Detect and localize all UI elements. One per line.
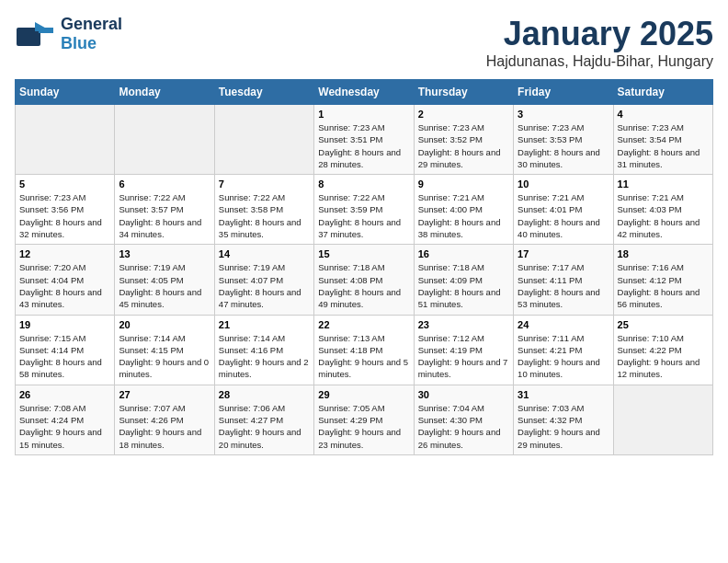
day-info: Sunrise: 7:23 AMSunset: 3:51 PMDaylight:… bbox=[318, 121, 409, 170]
day-info: Sunrise: 7:23 AMSunset: 3:53 PMDaylight:… bbox=[518, 121, 609, 170]
day-info: Sunrise: 7:21 AMSunset: 4:01 PMDaylight:… bbox=[518, 191, 609, 240]
day-info: Sunrise: 7:03 AMSunset: 4:32 PMDaylight:… bbox=[518, 402, 609, 451]
day-number: 9 bbox=[418, 178, 509, 190]
day-info: Sunrise: 7:15 AMSunset: 4:14 PMDaylight:… bbox=[19, 332, 110, 381]
day-number: 31 bbox=[518, 389, 609, 400]
day-number: 10 bbox=[518, 178, 609, 190]
calendar-cell: 12Sunrise: 7:20 AMSunset: 4:04 PMDayligh… bbox=[16, 245, 115, 315]
calendar-header-row: SundayMondayTuesdayWednesdayThursdayFrid… bbox=[16, 80, 713, 105]
calendar-cell: 27Sunrise: 7:07 AMSunset: 4:26 PMDayligh… bbox=[115, 385, 214, 454]
logo-icon bbox=[15, 20, 55, 48]
calendar-cell: 3Sunrise: 7:23 AMSunset: 3:53 PMDaylight… bbox=[514, 105, 613, 175]
day-of-week-header: Saturday bbox=[613, 80, 712, 105]
day-number: 8 bbox=[318, 178, 409, 190]
calendar-cell: 5Sunrise: 7:23 AMSunset: 3:56 PMDaylight… bbox=[16, 175, 115, 245]
day-info: Sunrise: 7:17 AMSunset: 4:11 PMDaylight:… bbox=[518, 261, 609, 310]
day-number: 15 bbox=[318, 248, 409, 259]
calendar-week-row: 5Sunrise: 7:23 AMSunset: 3:56 PMDaylight… bbox=[16, 175, 713, 245]
calendar-title-area: January 2025 Hajdunanas, Hajdu-Bihar, Hu… bbox=[486, 15, 713, 70]
day-info: Sunrise: 7:13 AMSunset: 4:18 PMDaylight:… bbox=[318, 332, 409, 381]
day-number: 3 bbox=[518, 109, 609, 120]
calendar-cell: 2Sunrise: 7:23 AMSunset: 3:52 PMDaylight… bbox=[414, 105, 513, 175]
calendar-cell bbox=[115, 105, 214, 175]
logo-blue: Blue bbox=[61, 34, 97, 52]
day-info: Sunrise: 7:20 AMSunset: 4:04 PMDaylight:… bbox=[19, 261, 110, 310]
day-number: 14 bbox=[219, 248, 310, 259]
calendar-week-row: 12Sunrise: 7:20 AMSunset: 4:04 PMDayligh… bbox=[16, 245, 713, 315]
day-info: Sunrise: 7:07 AMSunset: 4:26 PMDaylight:… bbox=[119, 402, 210, 451]
day-of-week-header: Wednesday bbox=[314, 80, 414, 105]
logo-general: General bbox=[61, 15, 122, 33]
day-number: 20 bbox=[119, 319, 210, 330]
calendar-cell: 17Sunrise: 7:17 AMSunset: 4:11 PMDayligh… bbox=[514, 245, 613, 315]
calendar-cell: 26Sunrise: 7:08 AMSunset: 4:24 PMDayligh… bbox=[16, 385, 115, 454]
day-info: Sunrise: 7:16 AMSunset: 4:12 PMDaylight:… bbox=[618, 261, 709, 310]
day-info: Sunrise: 7:19 AMSunset: 4:07 PMDaylight:… bbox=[219, 261, 310, 310]
day-of-week-header: Monday bbox=[115, 80, 214, 105]
calendar-cell bbox=[16, 105, 115, 175]
calendar-cell: 14Sunrise: 7:19 AMSunset: 4:07 PMDayligh… bbox=[214, 245, 313, 315]
calendar-cell: 29Sunrise: 7:05 AMSunset: 4:29 PMDayligh… bbox=[314, 385, 414, 454]
day-number: 18 bbox=[618, 248, 709, 259]
calendar-cell: 9Sunrise: 7:21 AMSunset: 4:00 PMDaylight… bbox=[414, 175, 513, 245]
day-number: 28 bbox=[219, 389, 310, 400]
day-info: Sunrise: 7:21 AMSunset: 4:00 PMDaylight:… bbox=[418, 191, 509, 240]
calendar-cell: 25Sunrise: 7:10 AMSunset: 4:22 PMDayligh… bbox=[613, 315, 712, 385]
day-info: Sunrise: 7:08 AMSunset: 4:24 PMDaylight:… bbox=[19, 402, 110, 451]
logo: General Blue bbox=[15, 15, 122, 53]
calendar-cell: 23Sunrise: 7:12 AMSunset: 4:19 PMDayligh… bbox=[414, 315, 513, 385]
calendar-cell bbox=[214, 105, 313, 175]
calendar-cell: 13Sunrise: 7:19 AMSunset: 4:05 PMDayligh… bbox=[115, 245, 214, 315]
day-info: Sunrise: 7:19 AMSunset: 4:05 PMDaylight:… bbox=[119, 261, 210, 310]
calendar-cell: 18Sunrise: 7:16 AMSunset: 4:12 PMDayligh… bbox=[613, 245, 712, 315]
day-number: 27 bbox=[119, 389, 210, 400]
day-info: Sunrise: 7:14 AMSunset: 4:16 PMDaylight:… bbox=[219, 332, 310, 381]
calendar-cell: 19Sunrise: 7:15 AMSunset: 4:14 PMDayligh… bbox=[16, 315, 115, 385]
day-number: 4 bbox=[618, 109, 709, 120]
day-number: 24 bbox=[518, 319, 609, 330]
day-number: 11 bbox=[618, 178, 709, 190]
calendar-cell: 30Sunrise: 7:04 AMSunset: 4:30 PMDayligh… bbox=[414, 385, 513, 454]
calendar-cell: 10Sunrise: 7:21 AMSunset: 4:01 PMDayligh… bbox=[514, 175, 613, 245]
calendar-cell: 22Sunrise: 7:13 AMSunset: 4:18 PMDayligh… bbox=[314, 315, 414, 385]
day-info: Sunrise: 7:22 AMSunset: 3:59 PMDaylight:… bbox=[318, 191, 409, 240]
day-info: Sunrise: 7:10 AMSunset: 4:22 PMDaylight:… bbox=[618, 332, 709, 381]
calendar-week-row: 19Sunrise: 7:15 AMSunset: 4:14 PMDayligh… bbox=[16, 315, 713, 385]
day-info: Sunrise: 7:23 AMSunset: 3:56 PMDaylight:… bbox=[19, 191, 110, 240]
day-info: Sunrise: 7:23 AMSunset: 3:52 PMDaylight:… bbox=[418, 121, 509, 170]
calendar-cell bbox=[613, 385, 712, 454]
calendar-cell: 21Sunrise: 7:14 AMSunset: 4:16 PMDayligh… bbox=[214, 315, 313, 385]
day-of-week-header: Thursday bbox=[414, 80, 513, 105]
calendar-cell: 7Sunrise: 7:22 AMSunset: 3:58 PMDaylight… bbox=[214, 175, 313, 245]
day-info: Sunrise: 7:12 AMSunset: 4:19 PMDaylight:… bbox=[418, 332, 509, 381]
calendar-title: January 2025 bbox=[486, 15, 713, 53]
day-info: Sunrise: 7:23 AMSunset: 3:54 PMDaylight:… bbox=[618, 121, 709, 170]
calendar-cell: 15Sunrise: 7:18 AMSunset: 4:08 PMDayligh… bbox=[314, 245, 414, 315]
day-of-week-header: Sunday bbox=[16, 80, 115, 105]
day-of-week-header: Friday bbox=[514, 80, 613, 105]
day-number: 29 bbox=[318, 389, 409, 400]
day-info: Sunrise: 7:06 AMSunset: 4:27 PMDaylight:… bbox=[219, 402, 310, 451]
calendar-cell: 4Sunrise: 7:23 AMSunset: 3:54 PMDaylight… bbox=[613, 105, 712, 175]
day-number: 30 bbox=[418, 389, 509, 400]
calendar-cell: 1Sunrise: 7:23 AMSunset: 3:51 PMDaylight… bbox=[314, 105, 414, 175]
day-number: 21 bbox=[219, 319, 310, 330]
day-info: Sunrise: 7:21 AMSunset: 4:03 PMDaylight:… bbox=[618, 191, 709, 240]
calendar-week-row: 1Sunrise: 7:23 AMSunset: 3:51 PMDaylight… bbox=[16, 105, 713, 175]
day-info: Sunrise: 7:18 AMSunset: 4:09 PMDaylight:… bbox=[418, 261, 509, 310]
day-number: 26 bbox=[19, 389, 110, 400]
calendar-cell: 20Sunrise: 7:14 AMSunset: 4:15 PMDayligh… bbox=[115, 315, 214, 385]
day-info: Sunrise: 7:04 AMSunset: 4:30 PMDaylight:… bbox=[418, 402, 509, 451]
calendar-cell: 11Sunrise: 7:21 AMSunset: 4:03 PMDayligh… bbox=[613, 175, 712, 245]
svg-rect-2 bbox=[39, 28, 53, 33]
day-number: 12 bbox=[19, 248, 110, 259]
calendar-subtitle: Hajdunanas, Hajdu-Bihar, Hungary bbox=[486, 53, 713, 70]
day-info: Sunrise: 7:05 AMSunset: 4:29 PMDaylight:… bbox=[318, 402, 409, 451]
day-number: 25 bbox=[618, 319, 709, 330]
day-number: 16 bbox=[418, 248, 509, 259]
calendar-week-row: 26Sunrise: 7:08 AMSunset: 4:24 PMDayligh… bbox=[16, 385, 713, 454]
day-number: 1 bbox=[318, 109, 409, 120]
day-number: 17 bbox=[518, 248, 609, 259]
day-of-week-header: Tuesday bbox=[214, 80, 313, 105]
calendar-cell: 24Sunrise: 7:11 AMSunset: 4:21 PMDayligh… bbox=[514, 315, 613, 385]
